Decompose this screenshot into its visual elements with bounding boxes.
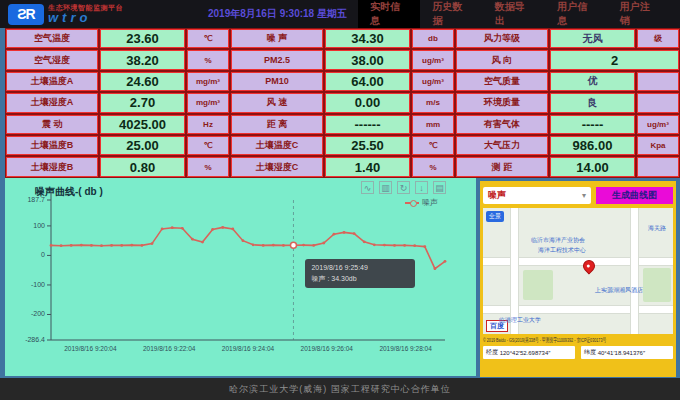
field-label: 土壤湿度A bbox=[6, 93, 98, 112]
field-value: 1.40 bbox=[325, 157, 410, 176]
field-value: 38.20 bbox=[100, 50, 185, 69]
field-value: 4025.00 bbox=[100, 115, 185, 134]
field-label: 噪 声 bbox=[231, 29, 323, 48]
field-value: 0.80 bbox=[100, 157, 185, 176]
map-park-area bbox=[523, 270, 553, 300]
map-panel: 噪声 ▾ 生成曲线图 全景 百度 临沂市海洋产业协会海洋工程技术中心上实源湖湘风… bbox=[480, 181, 676, 377]
svg-text:187.7: 187.7 bbox=[27, 196, 45, 203]
datetime-display: 2019年8月16日 9:30:18 星期五 bbox=[208, 7, 358, 21]
svg-text:2019/8/16 9:26:04: 2019/8/16 9:26:04 bbox=[301, 345, 354, 352]
longitude-field[interactable]: 经度 120°42′52.698734″ bbox=[483, 346, 575, 359]
field-unit: ℃ bbox=[187, 136, 229, 155]
field-unit: ℃ bbox=[412, 136, 454, 155]
longitude-label: 经度 bbox=[486, 348, 498, 357]
field-value: 64.00 bbox=[325, 72, 410, 91]
svg-text:-200: -200 bbox=[31, 310, 45, 317]
field-unit: % bbox=[187, 50, 229, 69]
map-place-label: 上实源湖湘风酒店 bbox=[595, 286, 643, 295]
field-unit: ug/m³ bbox=[637, 115, 679, 134]
field-label: 距 离 bbox=[231, 115, 323, 134]
field-value: 25.50 bbox=[325, 136, 410, 155]
map-attribution: © 2019 Baidu - GS(2019)第338号 - 甲测资字11009… bbox=[483, 336, 671, 345]
chevron-down-icon: ▾ bbox=[582, 191, 586, 200]
field-unit: db bbox=[412, 29, 454, 48]
field-label: 震 动 bbox=[6, 115, 98, 134]
tooltip-value: 34.30db bbox=[331, 275, 356, 282]
field-value: 14.00 bbox=[550, 157, 635, 176]
field-value: 2.70 bbox=[100, 93, 185, 112]
data-grid: 空气温度23.60℃噪 声34.30db风力等级无风级空气湿度38.20%PM2… bbox=[5, 28, 680, 178]
field-value: 优 bbox=[550, 72, 635, 91]
field-label: 测 距 bbox=[456, 157, 548, 176]
footer-text: 哈尔滨工业大学(威海) 国家工程研究中心合作单位 bbox=[229, 383, 451, 396]
field-label: PM2.5 bbox=[231, 50, 323, 69]
map-park-area bbox=[643, 268, 671, 302]
svg-text:2019/8/16 9:28:04: 2019/8/16 9:28:04 bbox=[379, 345, 432, 352]
field-value: 2 bbox=[550, 50, 679, 69]
field-value: 0.00 bbox=[325, 93, 410, 112]
svg-text:-100: -100 bbox=[31, 281, 45, 288]
field-label: PM10 bbox=[231, 72, 323, 91]
generate-curve-button[interactable]: 生成曲线图 bbox=[596, 187, 673, 204]
field-value: 986.00 bbox=[550, 136, 635, 155]
svg-text:-286.4: -286.4 bbox=[25, 336, 45, 343]
field-value: 良 bbox=[550, 93, 635, 112]
svg-text:100: 100 bbox=[33, 222, 45, 229]
app-logo: ƧR 生态环境智能监测平台 wtro bbox=[8, 4, 208, 25]
field-unit: ug/m³ bbox=[412, 50, 454, 69]
tooltip-series-label: 噪声 : bbox=[311, 275, 329, 282]
app-window: ƧR 生态环境智能监测平台 wtro 2019年8月16日 9:30:18 星期… bbox=[0, 0, 680, 400]
logo-wordmark: wtro bbox=[48, 11, 123, 24]
field-label: 土壤温度A bbox=[6, 72, 98, 91]
field-unit: ℃ bbox=[187, 29, 229, 48]
field-value: 无风 bbox=[550, 29, 635, 48]
field-unit: m/s bbox=[412, 93, 454, 112]
field-unit: 级 bbox=[637, 29, 679, 48]
latitude-field[interactable]: 纬度 40°41′18.941376″ bbox=[581, 346, 673, 359]
field-unit bbox=[637, 93, 679, 112]
field-label: 土壤湿度B bbox=[6, 157, 98, 176]
field-label: 土壤温度C bbox=[231, 136, 323, 155]
logo-icon: ƧR bbox=[8, 4, 44, 25]
tooltip-time: 2019/8/16 9:25:49 bbox=[311, 263, 409, 274]
svg-text:2019/8/16 9:24:04: 2019/8/16 9:24:04 bbox=[222, 345, 275, 352]
map-road bbox=[631, 208, 638, 334]
field-label: 环境质量 bbox=[456, 93, 548, 112]
field-label: 风 速 bbox=[231, 93, 323, 112]
field-value: ------ bbox=[325, 115, 410, 134]
map-place-label: 海洋工程技术中心 bbox=[538, 246, 586, 255]
field-value: 34.30 bbox=[325, 29, 410, 48]
map-place-label: 海关路 bbox=[648, 224, 666, 233]
svg-text:2019/8/16 9:20:04: 2019/8/16 9:20:04 bbox=[64, 345, 117, 352]
field-label: 大气压力 bbox=[456, 136, 548, 155]
map-view[interactable]: 全景 百度 临沂市海洋产业协会海洋工程技术中心上实源湖湘风酒店临港理工业大学海关… bbox=[483, 208, 673, 334]
svg-text:2019/8/16 9:22:04: 2019/8/16 9:22:04 bbox=[143, 345, 196, 352]
field-label: 土壤湿度C bbox=[231, 157, 323, 176]
field-value: 25.00 bbox=[100, 136, 185, 155]
panorama-button[interactable]: 全景 bbox=[486, 211, 504, 222]
longitude-value: 120°42′52.698734″ bbox=[500, 350, 551, 356]
field-label: 土壤温度B bbox=[6, 136, 98, 155]
field-label: 风 向 bbox=[456, 50, 548, 69]
field-label: 有害气体 bbox=[456, 115, 548, 134]
field-value: ----- bbox=[550, 115, 635, 134]
field-label: 空气温度 bbox=[6, 29, 98, 48]
field-unit bbox=[637, 157, 679, 176]
field-label: 空气质量 bbox=[456, 72, 548, 91]
map-place-label: 临沂市海洋产业协会 bbox=[531, 236, 585, 245]
field-unit: Hz bbox=[187, 115, 229, 134]
parameter-select[interactable]: 噪声 ▾ bbox=[483, 187, 591, 204]
map-place-label: 临港理工业大学 bbox=[499, 316, 541, 325]
field-unit: mg/m³ bbox=[187, 72, 229, 91]
noise-chart-panel: 噪声曲线-( db ) ∿▥↻↓▤ 噪声 187.71000-100-200-2… bbox=[5, 178, 476, 376]
header-bar: ƧR 生态环境智能监测平台 wtro 2019年8月16日 9:30:18 星期… bbox=[0, 0, 680, 28]
field-label: 空气湿度 bbox=[6, 50, 98, 69]
field-value: 23.60 bbox=[100, 29, 185, 48]
footer-bar: 哈尔滨工业大学(威海) 国家工程研究中心合作单位 bbox=[0, 378, 680, 400]
field-unit: Kpa bbox=[637, 136, 679, 155]
latitude-label: 纬度 bbox=[584, 348, 596, 357]
latitude-value: 40°41′18.941376″ bbox=[598, 350, 645, 356]
field-unit: % bbox=[412, 157, 454, 176]
field-unit: % bbox=[187, 157, 229, 176]
field-value: 24.60 bbox=[100, 72, 185, 91]
